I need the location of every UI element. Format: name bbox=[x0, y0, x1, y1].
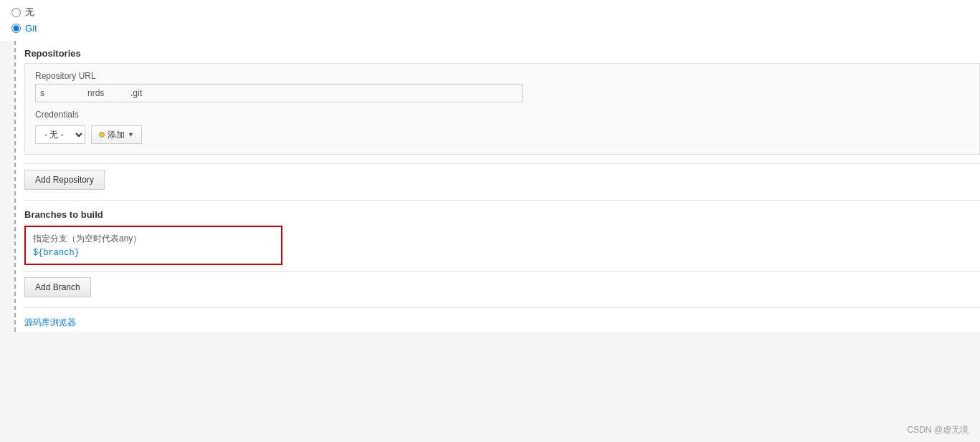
branch-value: ${branch} bbox=[33, 248, 274, 258]
source-browser-label: 源码库浏览器 bbox=[24, 311, 980, 332]
divider-1 bbox=[24, 163, 980, 164]
repo-url-label: Repository URL bbox=[35, 71, 969, 81]
chevron-down-icon: ▼ bbox=[128, 131, 134, 138]
add-branch-button[interactable]: Add Branch bbox=[24, 277, 91, 297]
divider-3 bbox=[24, 271, 980, 272]
git-section-block: Repositories Repository URL Credentials … bbox=[14, 41, 980, 332]
radio-none-item: 无 bbox=[11, 6, 969, 19]
credentials-label: Credentials bbox=[35, 110, 969, 120]
repository-block: Repository URL Credentials - 无 - 添加 ▼ bbox=[24, 63, 980, 155]
radio-git-item: Git bbox=[11, 23, 969, 34]
credentials-row: - 无 - 添加 ▼ bbox=[35, 125, 969, 144]
divider-2 bbox=[24, 200, 980, 201]
watermark: CSDN @虚无境 bbox=[907, 424, 969, 436]
repositories-section-header: Repositories bbox=[24, 41, 980, 63]
add-credential-label: 添加 bbox=[108, 129, 125, 141]
add-credential-button[interactable]: 添加 ▼ bbox=[91, 125, 142, 144]
divider-4 bbox=[24, 307, 980, 308]
radio-none-label: 无 bbox=[25, 6, 34, 19]
radio-git-label: Git bbox=[25, 23, 37, 34]
credential-dot-icon bbox=[99, 132, 105, 138]
main-container: 无 Git Repositories Repository URL Creden… bbox=[0, 0, 980, 442]
branches-section-header: Branches to build bbox=[24, 203, 980, 226]
radio-git[interactable] bbox=[11, 24, 21, 33]
branch-field-label: 指定分支（为空时代表any） bbox=[33, 233, 274, 245]
add-repository-button[interactable]: Add Repository bbox=[24, 170, 105, 190]
radio-group: 无 Git bbox=[0, 0, 980, 41]
branch-item: 指定分支（为空时代表any） ${branch} bbox=[24, 226, 282, 265]
credentials-select[interactable]: - 无 - bbox=[35, 125, 85, 144]
repo-url-input[interactable] bbox=[35, 84, 523, 102]
radio-none[interactable] bbox=[11, 8, 21, 17]
